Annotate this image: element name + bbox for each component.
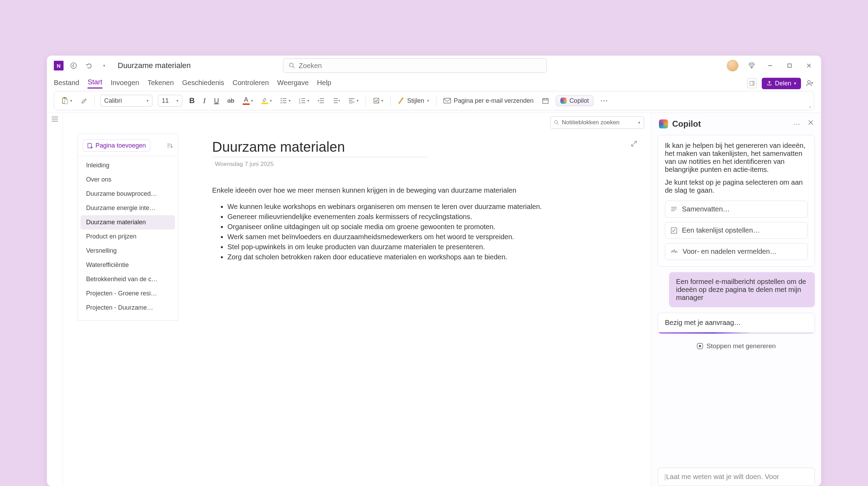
svg-point-1 — [290, 63, 293, 67]
note-bullet: Genereer milieuvriendelijke evenementen … — [227, 213, 637, 221]
collab-presence-button[interactable] — [806, 79, 814, 87]
add-page-button[interactable]: Pagina toevoegen — [83, 140, 150, 152]
suggestion-tasklist[interactable]: Een takenlijst opstellen… — [665, 222, 808, 239]
meeting-details-button[interactable] — [541, 94, 550, 107]
note-intro: Enkele ideeën over hoe we meer mensen ku… — [212, 186, 637, 194]
maximize-button[interactable] — [784, 60, 795, 71]
note-page: Duurzame materialen Woensdag 7 juni 2025… — [212, 139, 637, 263]
minimize-button[interactable] — [765, 60, 775, 71]
tab-tekenen[interactable]: Tekenen — [148, 79, 174, 88]
page-nav-item[interactable]: Projecten - Groene resi… — [78, 286, 178, 301]
bullets-button[interactable]: ▾ — [279, 94, 292, 107]
ribbon-mode-button[interactable] — [747, 78, 757, 88]
styles-button[interactable]: Stijlen▾ — [396, 94, 431, 107]
ribbon-collapse-button[interactable]: ⌄ — [808, 102, 812, 109]
svg-rect-16 — [444, 98, 451, 103]
titlebar: N ▾ Duurzame materialen — [47, 56, 821, 76]
document-title: Duurzame materialen — [118, 61, 191, 70]
global-search-input[interactable] — [299, 62, 541, 70]
page-nav-item[interactable]: Waterefficiëntie — [78, 258, 178, 272]
email-page-label: Pagina per e-mail verzenden — [454, 97, 534, 104]
undo-button[interactable] — [84, 60, 94, 71]
summarize-icon — [671, 207, 677, 212]
close-button[interactable] — [804, 60, 814, 71]
copilot-more-button[interactable]: ⋯ — [793, 120, 801, 128]
tab-bestand[interactable]: Bestand — [54, 79, 79, 88]
page-nav-item[interactable]: Duurzame materialen — [81, 215, 175, 229]
font-family-select[interactable]: Calibri ▾ — [100, 95, 152, 107]
styles-icon — [398, 97, 404, 104]
page-title[interactable]: Duurzame materialen — [212, 139, 427, 157]
svg-text:3: 3 — [299, 102, 300, 104]
user-avatar[interactable] — [727, 60, 738, 72]
premium-icon[interactable] — [748, 61, 756, 70]
copilot-close-button[interactable] — [808, 120, 813, 128]
highlight-button[interactable]: ▾ — [260, 94, 273, 107]
page-nav-item[interactable]: Duurzame bouwproced… — [78, 187, 178, 201]
tab-geschiedenis[interactable]: Geschiedenis — [182, 79, 224, 88]
content-area: Notitieblokken zoeken ▾ Pagina toevoegen… — [63, 113, 651, 486]
tab-start[interactable]: Start — [87, 78, 102, 89]
copilot-greeting-card: Ik kan je helpen bij het genereren van i… — [658, 135, 815, 267]
copilot-title: Copilot — [672, 119, 701, 129]
email-page-button[interactable]: Pagina per e-mail verzenden — [442, 94, 535, 107]
copilot-pane: Copilot ⋯ Ik kan je helpen bij het gener… — [651, 113, 821, 486]
svg-point-18 — [554, 120, 557, 123]
italic-button[interactable]: I — [202, 94, 207, 107]
strikethrough-button[interactable]: ab — [226, 94, 236, 107]
nav-toggle[interactable] — [47, 113, 63, 486]
font-color-button[interactable]: A▾ — [241, 94, 254, 107]
page-nav-item[interactable]: Inleiding — [78, 158, 178, 173]
notebook-search[interactable]: Notitieblokken zoeken ▾ — [550, 116, 644, 129]
stop-icon — [697, 343, 703, 349]
page-nav-item[interactable]: Product en prijzen — [78, 229, 178, 244]
suggestion-label: Voor- en nadelen vermelden… — [683, 248, 777, 255]
copilot-toolbar-button[interactable]: Copilot — [556, 95, 593, 106]
styles-label: Stijlen — [407, 97, 424, 104]
page-nav-item[interactable]: Betrokkenheid van de c… — [78, 272, 178, 286]
svg-point-10 — [281, 100, 282, 101]
page-nav-item[interactable]: Projecten - Duurzame… — [78, 301, 178, 315]
copilot-icon — [560, 98, 567, 104]
tab-weergave[interactable]: Weergave — [277, 79, 309, 88]
paste-button[interactable]: ▾ — [60, 94, 74, 107]
user-message-text: Een formeel e-mailbericht opstellen om d… — [676, 278, 806, 301]
align-button[interactable]: ▾ — [347, 94, 360, 107]
app-window: N ▾ Duurzame materialen Bestand Sta — [47, 56, 821, 486]
page-nav-item[interactable]: Over ons — [78, 173, 178, 187]
global-search[interactable] — [283, 58, 547, 73]
underline-button[interactable]: U — [212, 94, 220, 107]
tab-controleren[interactable]: Controleren — [233, 79, 269, 88]
copilot-logo-icon — [659, 119, 668, 128]
toolbar-overflow-button[interactable]: ⋯ — [599, 94, 610, 107]
tab-invoegen[interactable]: Invoegen — [111, 79, 139, 88]
copilot-greeting-2: Je kunt tekst op je pagina selecteren om… — [665, 178, 808, 194]
page-nav-item[interactable]: Versnelling — [78, 244, 178, 258]
format-painter-button[interactable] — [79, 94, 89, 107]
tags-button[interactable]: ▾ — [372, 94, 385, 107]
bold-button[interactable]: B — [188, 94, 196, 107]
numbering-button[interactable]: 123▾ — [298, 94, 311, 107]
qat-customize-button[interactable]: ▾ — [99, 60, 109, 71]
share-button[interactable]: Delen ▾ — [762, 78, 801, 89]
suggestion-proscons[interactable]: Voor- en nadelen vermelden… — [665, 243, 808, 260]
svg-point-11 — [281, 102, 282, 103]
copilot-input[interactable]: |Laat me weten wat je wilt doen. Voor — [658, 468, 815, 486]
expand-page-button[interactable] — [631, 141, 637, 147]
page-nav-item[interactable]: Duurzame energie inte… — [78, 201, 178, 215]
svg-rect-4 — [752, 81, 754, 85]
copilot-progress-card: Bezig met je aanvraag… — [658, 313, 815, 334]
suggestion-summarize[interactable]: Samenvatten… — [665, 201, 808, 218]
tab-help[interactable]: Help — [317, 79, 331, 88]
font-size-select[interactable]: 11 ▾ — [158, 95, 182, 107]
notebook-search-placeholder: Notitieblokken zoeken — [562, 119, 635, 126]
page-nav-panel: Pagina toevoegen InleidingOver onsDuurza… — [77, 134, 178, 321]
outdent-button[interactable] — [316, 94, 326, 107]
stop-generating-button[interactable]: Stoppen met genereren — [697, 342, 776, 350]
stop-generating-label: Stoppen met genereren — [707, 342, 776, 350]
indent-button[interactable] — [332, 94, 341, 107]
font-family-value: Calibri — [104, 97, 122, 104]
sort-pages-button[interactable] — [167, 143, 173, 149]
note-body[interactable]: Enkele ideeën over hoe we meer mensen ku… — [212, 186, 637, 261]
back-button[interactable] — [68, 60, 79, 71]
